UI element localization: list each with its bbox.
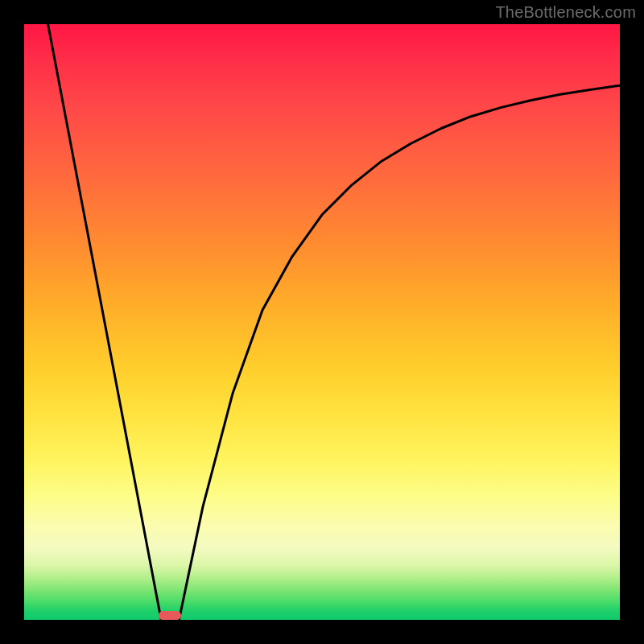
plot-area (24, 24, 620, 620)
chart-frame: TheBottleneck.com (0, 0, 644, 644)
curve-layer (24, 24, 620, 620)
watermark-text: TheBottleneck.com (495, 3, 636, 22)
bottleneck-marker (159, 611, 181, 620)
curve-path (48, 24, 620, 620)
